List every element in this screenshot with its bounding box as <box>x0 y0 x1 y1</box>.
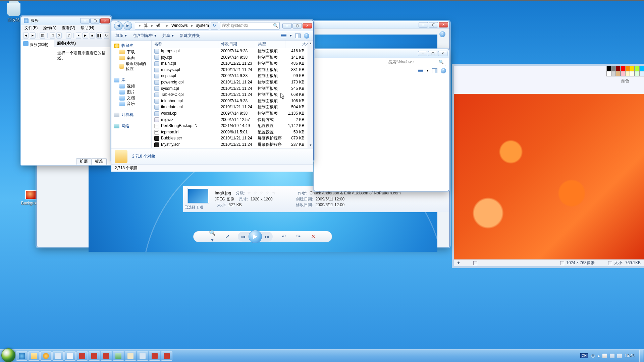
nav-fwd-button[interactable]: ► <box>30 33 35 39</box>
crumb-system32[interactable]: system32 <box>194 22 209 29</box>
volume-icon[interactable] <box>617 354 622 358</box>
crumb-drive[interactable]: 本地磁盘 (C:) <box>154 22 165 29</box>
color-swatch[interactable] <box>635 71 639 76</box>
file-row[interactable]: irprops.cpl2009/7/14 9:38控制面板项416 KB <box>152 48 313 54</box>
nav-item[interactable]: 文档 <box>113 95 150 101</box>
maximize-button[interactable]: ▢ <box>90 18 100 23</box>
taskbar-app-8[interactable] <box>137 351 148 361</box>
nav-item[interactable]: 桌面 <box>113 55 150 61</box>
show-desktop-button[interactable] <box>639 350 643 362</box>
color-swatch[interactable] <box>630 66 635 71</box>
preview-pane-button[interactable] <box>432 68 437 73</box>
menu-help[interactable]: 帮助(H) <box>80 25 94 31</box>
file-row[interactable]: sysdm.cpl2010/11/21 11:24控制面板项345 KB <box>152 85 313 92</box>
prev-button[interactable]: ⏮ <box>238 232 249 241</box>
taskbar-explorer[interactable] <box>28 351 40 361</box>
file-row[interactable]: powercfg.cpl2010/11/21 11:24控制面板项170 KB <box>152 79 313 86</box>
file-row[interactable]: tcpmon.ini2009/6/11 5:01配置设置59 KB <box>152 129 313 135</box>
col-name[interactable]: 名称 <box>152 41 218 48</box>
action-center-icon[interactable] <box>602 354 607 358</box>
tray-expand-icon[interactable]: ▴ <box>598 353 600 359</box>
help-icon[interactable]: ? <box>304 33 309 39</box>
nav-back-button[interactable]: ◄ <box>23 33 29 39</box>
close-button[interactable]: ✕ <box>303 23 312 28</box>
close-button[interactable]: ✕ <box>439 22 448 27</box>
view-options-button[interactable] <box>418 69 423 73</box>
taskbar-app-10[interactable] <box>161 351 172 361</box>
menu-view[interactable]: 查看(V) <box>62 25 75 31</box>
minimize-button[interactable]: – <box>419 22 428 27</box>
cmd-share[interactable]: 共享 ▾ <box>162 33 174 39</box>
start-button[interactable] <box>1 348 15 362</box>
help-icon[interactable]: ? <box>439 31 445 37</box>
taskbar-app-1[interactable] <box>52 351 64 361</box>
tab-standard[interactable]: 标准 <box>91 158 107 165</box>
color-swatch[interactable] <box>639 66 644 71</box>
nav-network[interactable]: 网络 <box>113 123 150 130</box>
taskbar-app-4[interactable] <box>89 351 100 361</box>
export-button[interactable]: ⬚ <box>50 33 55 39</box>
next-button[interactable]: ⏭ <box>262 232 272 241</box>
color-swatch[interactable] <box>611 71 616 76</box>
nav-item[interactable]: 下载 <box>113 49 150 55</box>
network-icon[interactable] <box>610 354 614 358</box>
menu-file[interactable]: 文件(F) <box>24 25 38 31</box>
ime-icon[interactable]: ㊥ <box>591 353 595 359</box>
file-row[interactable]: wscui.cpl2009/7/14 9:38控制面板项1,135 KB <box>152 111 313 117</box>
color-swatch[interactable] <box>625 71 630 76</box>
nav-forward-button[interactable]: ► <box>123 21 132 30</box>
preview-pane-button[interactable] <box>295 34 301 38</box>
color-swatch[interactable] <box>606 71 611 76</box>
language-indicator[interactable]: CH <box>580 353 588 358</box>
file-row[interactable]: migwiz2009/7/14 12:57快捷方式2 KB <box>152 117 313 123</box>
slideshow-button[interactable]: ▶ <box>249 230 262 243</box>
show-hide-tree-button[interactable]: ▥ <box>40 33 45 39</box>
color-swatch[interactable] <box>621 71 625 76</box>
file-row[interactable]: joy.cpl2009/7/14 9:38控制面板项141 KB <box>152 54 313 61</box>
vertical-scrollbar[interactable]: ▲ ▼ <box>308 41 313 148</box>
refresh-button[interactable]: ⟳ <box>56 33 62 39</box>
nav-pane[interactable]: 收藏夹 下载桌面最近访问的位置 库 视频图片文档音乐 计算机 网络 <box>111 41 152 148</box>
color-swatch[interactable] <box>621 66 625 71</box>
rightwin-titlebar[interactable]: – ▢ ✕ <box>314 49 449 58</box>
file-row[interactable]: telephon.cpl2009/7/14 9:38控制面板项106 KB <box>152 98 313 104</box>
properties-button[interactable]: ? <box>66 33 71 39</box>
tab-extended[interactable]: 扩展 <box>76 158 92 165</box>
taskbar-app-3[interactable] <box>76 351 88 361</box>
color-swatch[interactable] <box>639 71 644 76</box>
file-row[interactable]: timedate.cpl2010/11/21 11:24控制面板项504 KB <box>152 104 313 111</box>
color-swatch[interactable] <box>625 66 630 71</box>
fit-button[interactable]: ⤢ <box>223 233 231 240</box>
file-row[interactable]: TabletPC.cpl2010/11/21 11:24控制面板项668 KB <box>152 92 313 98</box>
taskbar-app-7[interactable] <box>125 351 136 361</box>
delete-button[interactable]: ✕ <box>309 233 317 240</box>
zoom-plus-icon[interactable]: + <box>457 260 460 266</box>
nav-favorites[interactable]: 收藏夹 <box>113 43 150 49</box>
color-swatch[interactable] <box>611 66 616 71</box>
col-date[interactable]: 修改日期 <box>218 41 255 48</box>
scroll-up-icon[interactable]: ▲ <box>308 41 313 46</box>
explorer-titlebar[interactable]: ◄ ► ▸ 计算机 ▸ 本地磁盘 (C:) ▸ Windows ▸ system… <box>111 20 313 31</box>
file-row[interactable]: Bubbles.scr2010/11/21 11:24屏幕保护程序879 KB <box>152 135 313 142</box>
restart-button[interactable]: ↻ <box>104 33 109 39</box>
color-swatch[interactable] <box>616 71 621 76</box>
color-swatch[interactable] <box>635 66 639 71</box>
file-list[interactable]: 名称 修改日期 类型 大小 irprops.cpl2009/7/14 9:38控… <box>152 41 313 148</box>
file-row[interactable]: mmsys.cpl2010/11/21 11:24控制面板项831 KB <box>152 67 313 73</box>
play-button[interactable]: ▶ <box>83 33 88 39</box>
minimize-button[interactable]: – <box>282 23 292 28</box>
help-icon[interactable]: ? <box>441 68 446 73</box>
nav-libraries[interactable]: 库 <box>113 77 150 83</box>
minimize-button[interactable]: – <box>80 18 90 23</box>
maximize-button[interactable]: ▢ <box>429 22 438 27</box>
rating-stars[interactable]: ☆ ☆ ☆ ☆ ☆ <box>247 191 276 195</box>
start-button[interactable]: ▸ <box>76 33 81 39</box>
taskbar-mediaplayer[interactable] <box>40 351 52 361</box>
file-row[interactable]: ncpa.cpl2009/7/14 9:38控制面板项99 KB <box>152 73 313 79</box>
stop-button[interactable]: ■ <box>90 33 95 39</box>
color-swatch[interactable] <box>616 66 621 71</box>
services-titlebar[interactable]: 服务 – ▢ ✕ <box>21 16 111 25</box>
tree-root-node[interactable]: 服务(本地) <box>23 41 52 48</box>
color-swatch[interactable] <box>606 66 611 71</box>
color-swatch[interactable] <box>630 71 635 76</box>
